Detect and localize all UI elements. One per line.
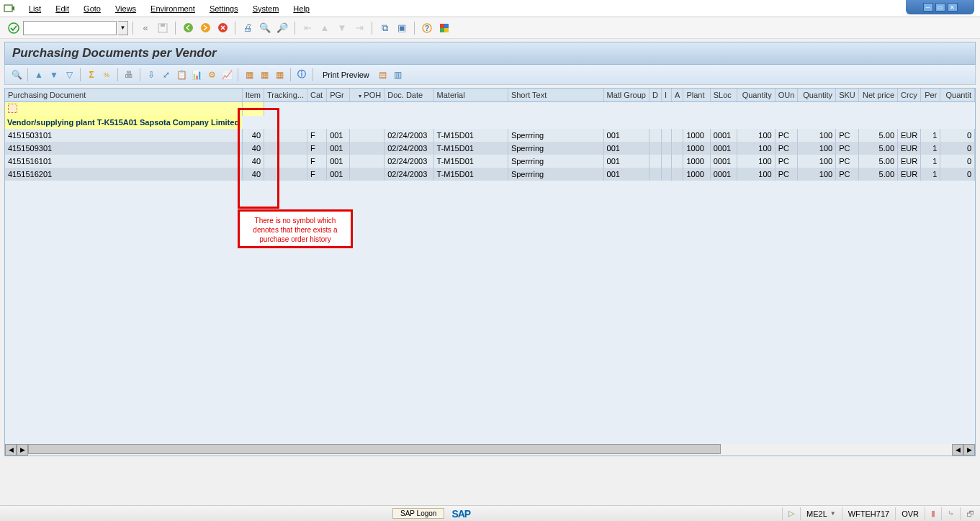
status-icon3[interactable]: 🗗: [960, 507, 980, 520]
find-icon[interactable]: 🔍: [257, 20, 273, 36]
exit-icon[interactable]: [197, 20, 213, 36]
menu-goto[interactable]: Goto: [76, 2, 108, 15]
minimize-button[interactable]: ─: [923, 3, 933, 12]
help-icon[interactable]: ?: [419, 20, 435, 36]
filter-cell[interactable]: [5, 101, 242, 116]
table-row[interactable]: 415150930140F00102/24/2003T-M15D01Sperrr…: [5, 142, 975, 155]
col-per[interactable]: Per: [921, 89, 940, 101]
menu-environment[interactable]: Environment: [143, 2, 202, 15]
shortcut-icon[interactable]: ▣: [394, 20, 410, 36]
cancel-icon[interactable]: [215, 20, 230, 36]
sort-desc-icon[interactable]: ▼: [47, 68, 61, 82]
col-docdate[interactable]: Doc. Date: [385, 89, 433, 101]
subtotal-icon[interactable]: %: [99, 68, 114, 82]
col-oun[interactable]: OUn: [775, 89, 798, 101]
col-matlgroup[interactable]: Matl Group: [603, 89, 649, 101]
col-qty1[interactable]: Quantity: [737, 89, 775, 101]
status-icon2[interactable]: ⤷: [941, 507, 960, 520]
print-icon[interactable]: 🖨: [240, 20, 256, 36]
col-purchdoc[interactable]: Purchasing Document: [5, 89, 242, 101]
col-plant[interactable]: Plant: [683, 89, 710, 101]
horizontal-scrollbar[interactable]: ◀ ▶ ◀ ▶: [5, 444, 975, 456]
col-sloc[interactable]: SLoc: [710, 89, 737, 101]
save-icon[interactable]: [155, 20, 171, 36]
cell-oun: PC: [775, 168, 798, 181]
prev-page-icon[interactable]: ▲: [317, 20, 333, 36]
scroll-thumb[interactable]: [28, 444, 721, 454]
cell-item: 40: [242, 168, 264, 181]
po-history-icon[interactable]: ▤: [376, 68, 390, 82]
cell-grp: 001: [603, 155, 649, 168]
first-page-icon[interactable]: ⇤: [300, 20, 315, 36]
enter-button[interactable]: [6, 20, 22, 36]
col-poh[interactable]: ▾ POH: [349, 89, 385, 101]
scroll-right2-button[interactable]: ▶: [963, 444, 975, 456]
print-preview-button[interactable]: Print Preview: [317, 69, 375, 81]
col-tracking[interactable]: Tracking...: [264, 89, 307, 101]
menu-list[interactable]: List: [22, 2, 48, 15]
menu-views[interactable]: Views: [108, 2, 143, 15]
details-icon[interactable]: 🔍: [9, 68, 24, 82]
save-layout-icon[interactable]: ▦: [272, 68, 287, 82]
menu-system[interactable]: System: [246, 2, 287, 15]
scroll-left-button[interactable]: ◀: [5, 444, 17, 456]
table-row[interactable]: 415150310140F00102/24/2003T-M15D01Sperrr…: [5, 129, 975, 142]
change-layout-icon[interactable]: ▦: [242, 68, 256, 82]
back-icon[interactable]: [180, 20, 196, 36]
col-qty3[interactable]: Quantit: [940, 89, 975, 101]
last-page-icon[interactable]: ⇥: [351, 20, 367, 36]
table-row[interactable]: 415151620140F00102/24/2003T-M15D01Sperrr…: [5, 168, 975, 181]
status-icon1[interactable]: ▮: [925, 507, 941, 520]
export-word-icon[interactable]: ⤢: [159, 68, 174, 82]
menu-dropdown-icon[interactable]: [3, 2, 16, 15]
command-field[interactable]: [23, 21, 117, 35]
scroll-right-button[interactable]: ▶: [17, 444, 28, 456]
col-pgr[interactable]: PGr: [327, 89, 349, 101]
sap-logon-tab[interactable]: SAP Logon: [392, 508, 444, 519]
menu-settings[interactable]: Settings: [202, 2, 246, 15]
export-local-icon[interactable]: 📋: [174, 68, 189, 82]
col-shorttext[interactable]: Short Text: [508, 89, 603, 101]
command-dropdown[interactable]: ▼: [118, 21, 128, 35]
export-excel-icon[interactable]: ⇩: [144, 68, 158, 82]
scroll-left2-button[interactable]: ◀: [952, 444, 963, 456]
status-tcode[interactable]: ME2L ▼: [800, 507, 842, 520]
next-page-icon[interactable]: ▼: [334, 20, 350, 36]
group-header-row[interactable]: Vendor/supplying plant T-K515A01 Sapsota…: [5, 116, 975, 129]
changes-icon[interactable]: ▥: [391, 68, 405, 82]
maximize-button[interactable]: ▭: [935, 3, 945, 12]
col-i[interactable]: I: [661, 89, 671, 101]
sort-asc-icon[interactable]: ▲: [32, 68, 46, 82]
status-mode[interactable]: OVR: [895, 507, 925, 520]
find-next-icon[interactable]: 🔎: [274, 20, 290, 36]
scroll-track[interactable]: [28, 444, 952, 456]
col-d[interactable]: D: [649, 89, 661, 101]
status-server[interactable]: WFTEH717: [842, 507, 895, 520]
sum-icon[interactable]: Σ: [84, 68, 99, 82]
col-crcy[interactable]: Crcy: [898, 89, 921, 101]
table-row[interactable]: 415151610140F00102/24/2003T-M15D01Sperrr…: [5, 155, 975, 168]
back-chevron-icon[interactable]: «: [138, 20, 153, 36]
status-play-icon[interactable]: ▷: [782, 507, 800, 520]
new-session-icon[interactable]: ⧉: [377, 20, 392, 36]
menu-edit[interactable]: Edit: [48, 2, 76, 15]
col-item[interactable]: Item: [242, 89, 264, 101]
layout-icon[interactable]: [436, 20, 452, 36]
refresh-icon[interactable]: 🖶: [122, 68, 136, 82]
col-material[interactable]: Material: [433, 89, 508, 101]
sap-logo: SAP: [451, 508, 470, 520]
abc-icon[interactable]: ⚙: [204, 68, 219, 82]
mail-icon[interactable]: 📊: [189, 68, 204, 82]
select-layout-icon[interactable]: ▦: [257, 68, 271, 82]
info-icon[interactable]: ⓘ: [295, 68, 309, 82]
close-button[interactable]: ✕: [948, 3, 958, 12]
menu-help[interactable]: Help: [286, 2, 317, 15]
col-cat[interactable]: Cat: [307, 89, 327, 101]
cell-qty1: 100: [737, 129, 775, 142]
col-sku[interactable]: SKU: [836, 89, 859, 101]
graphic-icon[interactable]: 📈: [220, 68, 234, 82]
filter-icon[interactable]: ▽: [62, 68, 76, 82]
col-netprice[interactable]: Net price: [858, 89, 897, 101]
col-a[interactable]: A: [672, 89, 683, 101]
col-qty2[interactable]: Quantity: [798, 89, 836, 101]
